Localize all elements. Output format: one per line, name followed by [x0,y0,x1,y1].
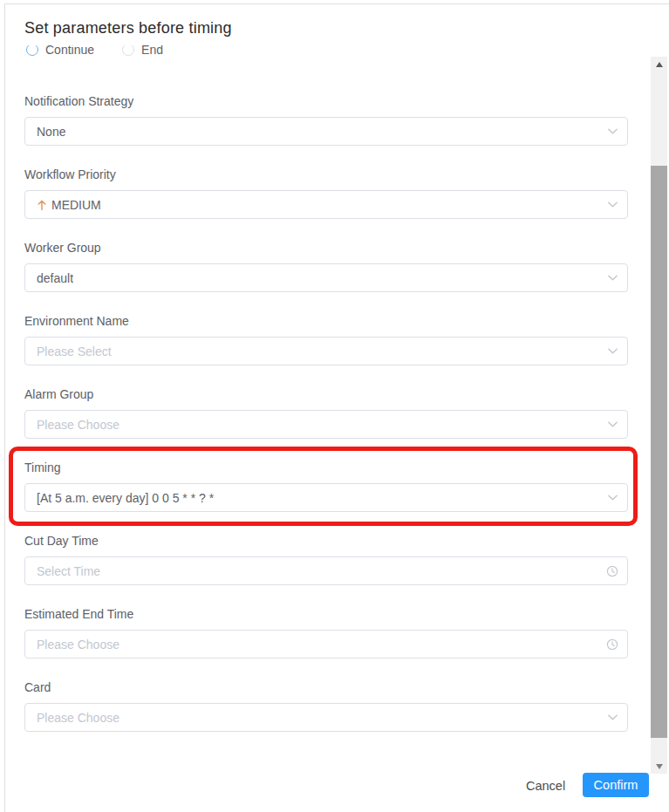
notification-strategy-select[interactable]: None [24,117,628,146]
clock-icon [606,638,618,651]
worker-group-label: Worker Group [24,241,101,255]
field-group-worker-group: Worker Groupdefault [24,241,628,302]
notification-strategy-label: Notification Strategy [24,94,133,108]
alarm-group-label: Alarm Group [24,387,93,401]
dialog-body: Continue End Notification StrategyNoneWo… [5,45,650,769]
scrollbar-thumb[interactable] [651,166,667,738]
field-group-environment-name: Environment NamePlease Select [24,314,628,375]
chevron-down-icon [606,712,618,724]
cut-day-time-placeholder: Select Time [37,564,100,578]
workflow-priority-label: Workflow Priority [24,167,116,181]
card-label: Card [24,680,51,694]
radio-selected-icon [26,45,38,56]
estimated-end-time-placeholder: Please Choose [37,638,119,652]
timing-value: [At 5 a.m. every day] 0 0 5 * * ? * [37,491,214,505]
radio-option-label: Continue [45,45,94,57]
clock-icon [606,565,618,577]
field-group-card: CardPlease Choose [24,680,628,741]
confirm-button[interactable]: Confirm [583,773,649,797]
scrollbar-down-button[interactable] [651,759,667,774]
environment-name-placeholder: Please Select [37,345,112,358]
priority-up-arrow-icon [37,199,47,211]
chevron-down-icon [606,272,618,284]
chevron-down-icon [606,199,618,211]
execution-state-radio-group: Continue End [26,45,163,59]
radio-option-label: End [141,45,163,57]
worker-group-select[interactable]: default [24,263,628,292]
worker-group-value: default [37,271,73,285]
field-group-workflow-priority: Workflow PriorityMEDIUM [24,167,628,229]
environment-name-select[interactable]: Please Select [24,337,628,365]
card-placeholder: Please Choose [37,711,119,725]
timing-label: Timing [24,461,61,474]
field-group-cut-day-time: Cut Day TimeSelect Time [24,534,628,595]
field-group-alarm-group: Alarm GroupPlease Choose [24,387,628,448]
scroll-up-arrow-icon [656,62,663,67]
estimated-end-time-label: Estimated End Time [24,607,133,621]
alarm-group-placeholder: Please Choose [37,418,119,432]
cut-day-time-select[interactable]: Select Time [24,556,628,585]
workflow-priority-select[interactable]: MEDIUM [24,190,628,219]
chevron-down-icon [606,492,618,504]
chevron-down-icon [606,419,618,431]
scrollbar-up-button[interactable] [651,57,667,72]
field-group-estimated-end-time: Estimated End TimePlease Choose [24,607,628,668]
notification-strategy-value: None [37,125,65,139]
cut-day-time-label: Cut Day Time [24,534,99,548]
scrollbar-track[interactable] [651,57,667,774]
environment-name-label: Environment Name [24,314,129,328]
workflow-priority-value: MEDIUM [51,198,101,212]
card-select[interactable]: Please Choose [24,703,628,732]
chevron-down-icon [606,126,618,138]
radio-option-continue[interactable]: Continue [26,45,94,57]
field-group-timing: Timing[At 5 a.m. every day] 0 0 5 * * ? … [24,461,628,522]
dialog-title: Set parameters before timing [24,19,232,38]
timing-select[interactable]: [At 5 a.m. every day] 0 0 5 * * ? * [24,483,628,512]
field-group-notification-strategy: Notification StrategyNone [24,94,628,155]
alarm-group-select[interactable]: Please Choose [24,410,628,439]
radio-option-end[interactable]: End [122,45,163,57]
dialog-top-border [4,3,669,4]
estimated-end-time-select[interactable]: Please Choose [24,630,628,658]
scroll-down-arrow-icon [656,764,663,769]
radio-unselected-icon [122,45,134,56]
cancel-button[interactable]: Cancel [519,774,572,796]
chevron-down-icon [606,345,618,358]
